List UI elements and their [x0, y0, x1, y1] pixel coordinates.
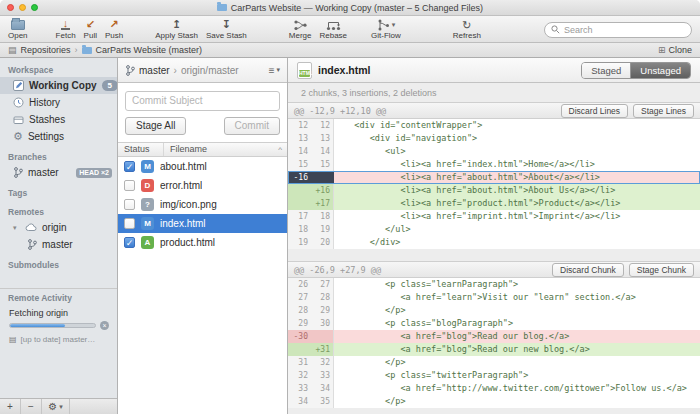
save-stash-button[interactable]: ↧ Save Stash [202, 17, 251, 42]
diff-line[interactable]: +17 <li><a href="product.html">Product</… [288, 197, 700, 210]
pull-button[interactable]: ↙ Pull [80, 17, 101, 42]
file-row[interactable]: M about.html [118, 157, 287, 176]
diff-line[interactable]: 13 13 <div id="navigation"> [288, 132, 700, 145]
minimize-window-button[interactable] [19, 4, 26, 11]
stage-checkbox[interactable] [124, 180, 135, 191]
diff-line[interactable]: 17 18 <li><a href="imprint.html">Imprint… [288, 210, 700, 223]
diff-line[interactable]: 15 15 <li><a href="index.html">Home</a><… [288, 158, 700, 171]
old-line-number: 32 [288, 369, 311, 382]
diff-line[interactable]: 29 30 <p class="blogParagraph"> [288, 317, 700, 330]
search-icon [551, 25, 560, 34]
code-text: <a href="blog">Read our blog.</a> [334, 330, 700, 343]
diff-line[interactable]: 33 34 <a href="http://www.twitter.com/gi… [288, 382, 700, 395]
stage-checkbox[interactable] [124, 161, 135, 172]
add-repository-button[interactable]: + [0, 399, 21, 414]
view-options-button[interactable]: ≡ ▾ [269, 65, 280, 76]
sidebar-item-working-copy[interactable]: Working Copy 5 [0, 77, 117, 94]
old-line-number: 33 [288, 382, 311, 395]
code-text: <li><a href="index.html">Home</a></li> [334, 158, 700, 171]
sidebar-item-settings[interactable]: ⚙ Settings [0, 128, 117, 145]
cancel-fetch-button[interactable]: × [100, 321, 109, 330]
commit-message-box [118, 83, 287, 111]
sidebar-item-history[interactable]: History [0, 94, 117, 111]
open-folder-icon [11, 20, 25, 30]
diff-line[interactable]: 34 35 </p> [288, 395, 700, 408]
clone-button[interactable]: ⊞ Clone [658, 45, 692, 55]
new-line-number: 28 [311, 291, 334, 304]
unstaged-tab[interactable]: Unstaged [631, 63, 690, 78]
diff-line[interactable]: 32 33 <p class="twitterParagraph"> [288, 369, 700, 382]
stage-lines-button[interactable]: Stage Lines [633, 104, 694, 118]
sidebar-item-stashes[interactable]: Stashes [0, 111, 117, 128]
folder-icon [217, 4, 227, 11]
sidebar-item-remote-origin[interactable]: ▾ origin [0, 219, 117, 236]
old-line-number: 31 [288, 356, 311, 369]
diff-line[interactable]: 14 14 <ul> [288, 145, 700, 158]
merge-icon [293, 19, 308, 31]
fetch-button[interactable]: ↓ Fetch [52, 17, 80, 42]
remove-repository-button[interactable]: − [21, 399, 42, 414]
breadcrumb-current-repo[interactable]: CarParts Website (master) [96, 45, 202, 55]
zoom-window-button[interactable] [31, 4, 38, 11]
diff-line[interactable]: 31 32 </p> [288, 356, 700, 369]
chunk-gap [288, 249, 700, 261]
refresh-button[interactable]: ↻ Refresh [449, 17, 485, 42]
discard-lines-button[interactable]: Discard Lines [561, 104, 629, 118]
diff-panel: HTML index.html Staged Unstaged 2 chunks… [288, 58, 700, 414]
commit-button[interactable]: Commit [224, 117, 280, 135]
open-button[interactable]: Open [4, 17, 32, 42]
sidebar-item-remote-master[interactable]: master [0, 236, 117, 253]
disclosure-triangle-icon[interactable]: ▾ [13, 224, 20, 232]
stage-checkbox[interactable] [124, 218, 135, 229]
file-row[interactable]: ? img/icon.png [118, 195, 287, 214]
diff-line[interactable]: 19 20 </div> [288, 236, 700, 249]
file-row[interactable]: D error.html [118, 176, 287, 195]
close-window-button[interactable] [7, 4, 14, 11]
code-text: <p class="learnParagraph"> [334, 278, 700, 291]
diff-line[interactable]: 27 28 <a href="learn">Visit our "learn" … [288, 291, 700, 304]
code-text: </p> [334, 395, 700, 408]
diff-line[interactable]: -16 <li><a href="about.html">About</a></… [288, 171, 700, 184]
html-file-icon: HTML [297, 62, 312, 79]
old-line-number: 12 [288, 119, 311, 132]
staged-tab[interactable]: Staged [582, 63, 631, 78]
rebase-button[interactable]: Rebase [315, 17, 351, 42]
code-text: </p> [334, 356, 700, 369]
stage-chunk-button[interactable]: Stage Chunk [629, 263, 694, 277]
diff-line[interactable]: 12 12 <div id="contentWrapper"> [288, 119, 700, 132]
stage-checkbox[interactable] [124, 199, 135, 210]
gitflow-dropdown-icon: ▾ [392, 21, 396, 29]
diff-line[interactable]: -30 <a href="blog">Read our blog.</a> [288, 330, 700, 343]
new-line-number: 27 [311, 278, 334, 291]
old-line-number: 17 [288, 210, 311, 223]
column-header-filename[interactable]: Filename ^ [164, 144, 287, 154]
diff-line[interactable]: +16 <li><a href="about.html">About Us</a… [288, 184, 700, 197]
main-area: Workspace Working Copy 5 History [0, 58, 700, 414]
diff-line[interactable]: 18 19 </ul> [288, 223, 700, 236]
discard-chunk-button[interactable]: Discard Chunk [552, 263, 624, 277]
diff-line[interactable]: +31 <a href="blog">Read our new blog.</a… [288, 343, 700, 356]
search-input[interactable] [564, 25, 685, 35]
code-text: <a href="http://www.twitter.com/gittower… [334, 382, 700, 395]
stage-checkbox[interactable] [124, 237, 135, 248]
diff-file-name: index.html [318, 64, 371, 76]
gitflow-button[interactable]: ▾ Git-Flow [367, 17, 405, 42]
sidebar-settings-menu-button[interactable]: ⚙ ▾ [42, 399, 70, 414]
file-list: M about.html D error.html ? img/icon.png [118, 157, 287, 414]
apply-stash-button[interactable]: ↥ Apply Stash [151, 17, 202, 42]
diff-line[interactable]: 26 27 <p class="learnParagraph"> [288, 278, 700, 291]
file-row[interactable]: M index.html [118, 214, 287, 233]
column-header-status[interactable]: Status [118, 143, 164, 156]
push-button[interactable]: ↗ Push [101, 17, 127, 42]
sidebar-section-submodules: Submodules [0, 253, 117, 272]
commit-subject-input[interactable] [125, 91, 280, 111]
file-status-badge: ? [141, 198, 154, 211]
fetch-progress-fill [10, 324, 65, 327]
file-row[interactable]: A product.html [118, 233, 287, 252]
stage-all-button[interactable]: Stage All [125, 117, 186, 135]
commit-panel: master › origin/master ≡ ▾ Stage All Com… [118, 58, 288, 414]
breadcrumb-repositories[interactable]: Repositories [21, 45, 71, 55]
diff-line[interactable]: 28 29 </p> [288, 304, 700, 317]
sidebar-item-branch-master[interactable]: master HEAD ×2 [0, 164, 117, 181]
merge-button[interactable]: Merge [285, 17, 316, 42]
